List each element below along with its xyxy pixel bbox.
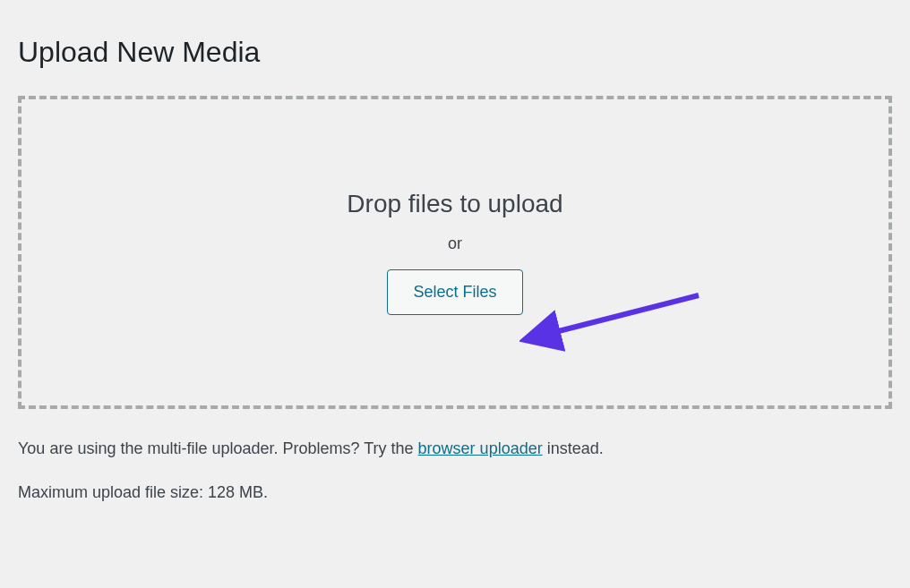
uploader-info-suffix: instead. (543, 439, 604, 457)
select-files-button[interactable]: Select Files (387, 269, 522, 315)
upload-dropzone[interactable]: Drop files to upload or Select Files (18, 96, 892, 409)
or-separator-text: or (448, 234, 462, 253)
max-upload-size-text: Maximum upload file size: 128 MB. (18, 480, 892, 506)
browser-uploader-link[interactable]: browser uploader (418, 439, 543, 457)
uploader-info-prefix: You are using the multi-file uploader. P… (18, 439, 418, 457)
page-title: Upload New Media (18, 36, 892, 69)
uploader-info: You are using the multi-file uploader. P… (18, 436, 892, 506)
drop-instruction-text: Drop files to upload (347, 190, 562, 218)
